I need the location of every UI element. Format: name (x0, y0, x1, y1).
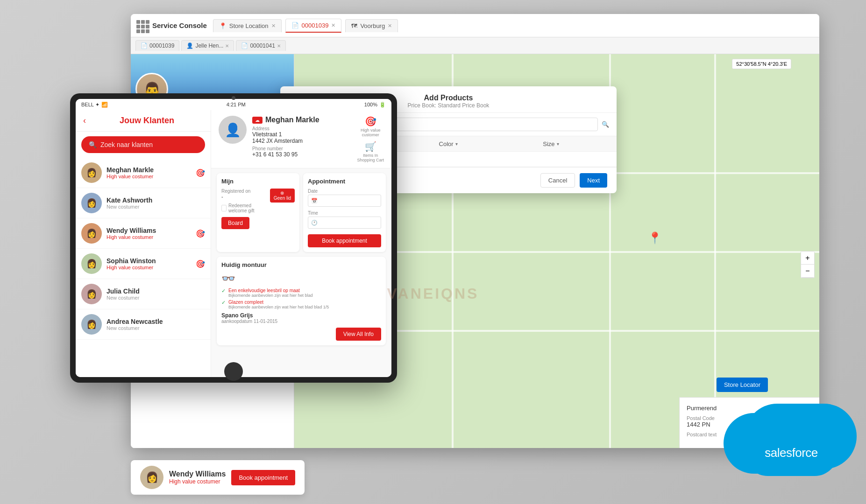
redeemed-row: Redeemed welcome gift (221, 203, 266, 213)
salesforce-badge-icon: ☁ (252, 117, 263, 124)
customers-panel: ‹ Jouw Klanten 🔍 Zoek naar klanten 👩 Meg… (76, 110, 211, 377)
subtab-jelle[interactable]: 👤 Jelle Hen... ✕ (181, 40, 234, 51)
tab-voorburg[interactable]: 🗺 Voorburg ✕ (345, 19, 398, 32)
city-value: Purmerend (687, 405, 812, 412)
waffle-menu[interactable] (135, 19, 149, 32)
mijn-inner: Registered on - Redeemed welcome gift Bo… (221, 189, 295, 229)
address-label: Address (252, 126, 351, 131)
person-icon: 👤 (186, 42, 193, 49)
map-pin: 📍 (648, 231, 662, 245)
customer-name: Meghan Markle (106, 166, 191, 174)
filter-color-icon[interactable]: ▾ (455, 141, 458, 147)
phone-label: Phone number (252, 146, 351, 151)
customers-header: ‹ Jouw Klanten (76, 110, 211, 132)
detail-header: 👤 ☁ Meghan Markle Address Vlietstraat 11… (211, 110, 391, 168)
mijn-right: ⊗ Geen lid (270, 189, 295, 229)
tab-store-location[interactable]: 📍 Store Location ✕ (213, 19, 282, 32)
customer-name: Kate Ashworth (106, 196, 205, 204)
tab-close-icon[interactable]: ✕ (271, 23, 276, 29)
mijn-title: Mijn (221, 178, 295, 185)
waffle-dot (141, 25, 145, 28)
customer-info: Andrea Newcastle New costumer (106, 318, 205, 331)
tab-close-icon[interactable]: ✕ (331, 22, 335, 28)
time-label: Time (308, 210, 381, 216)
waffle-dot (146, 20, 149, 24)
tablet-home-button[interactable] (224, 362, 243, 381)
customer-name: Julia Child (106, 287, 205, 295)
customer-info: Julia Child New costumer (106, 287, 205, 301)
waffle-dot (141, 29, 145, 33)
customer-avatar: 👩 (81, 284, 102, 304)
customer-type: New costumer (106, 204, 205, 210)
column-color: Color ▾ (439, 140, 539, 147)
filter-size-icon[interactable]: ▾ (557, 141, 559, 147)
salesforce-topbar: Service Console 📍 Store Location ✕ 📄 000… (131, 14, 819, 37)
montuur-item-info: Glazen compleet Bijkomende aanbevolen zi… (228, 300, 329, 309)
search-submit-icon[interactable]: 🔍 (602, 121, 609, 128)
board-button[interactable]: Board (221, 217, 249, 229)
waffle-dot (136, 29, 140, 33)
customer-info: Meghan Markle High value costumer (106, 166, 191, 179)
list-item[interactable]: 👩 Kate Ashworth New costumer (76, 188, 211, 218)
montuur-section: Huidig montuur 👓 ✓ Een enkelvoudige lees… (217, 257, 386, 345)
list-item[interactable]: 👩 Andrea Newcastle New costumer (76, 309, 211, 340)
zoom-in-button[interactable]: + (801, 252, 814, 265)
product-date: aankoopdatum 11-01-2015 (221, 319, 381, 324)
redeemed-checkbox[interactable] (221, 205, 227, 211)
customer-info: Kate Ashworth New costumer (106, 196, 205, 210)
view-all-button[interactable]: View All Info (336, 328, 381, 341)
clock-icon: 🕐 (311, 220, 318, 226)
mijn-section: Mijn Registered on - Redeemed (217, 173, 299, 252)
cart-icon: 🛒 (365, 141, 376, 152)
battery-text: 100% (364, 102, 377, 107)
search-bar[interactable]: 🔍 Zoek naar klanten (81, 136, 205, 153)
subtab-close-icon[interactable]: ✕ (225, 43, 229, 49)
high-value-icon: 🎯 (196, 259, 205, 268)
list-item[interactable]: 👩 Meghan Markle High value costumer 🎯 (76, 158, 211, 188)
location-icon: 📍 (219, 22, 227, 29)
list-item[interactable]: 👩 Sophia Winston High value costumer 🎯 (76, 249, 211, 279)
map-zoom-controls[interactable]: + − (801, 251, 815, 278)
appointment-section: Appointment Date 📅 Time 🕐 Book appointme… (303, 173, 386, 252)
search-placeholder: Zoek naar klanten (100, 141, 153, 148)
customer-type: High value costumer (106, 265, 191, 270)
status-time: 4:21 PM (227, 102, 246, 107)
next-button[interactable]: Next (580, 173, 607, 188)
zoom-out-button[interactable]: − (801, 265, 814, 278)
cart-label: Items InShopping Cart (357, 153, 384, 162)
book-appointment-button[interactable]: Book appointment (308, 234, 381, 247)
waffle-dot (136, 25, 140, 28)
postal-row: Postal Code 1442 PN (687, 415, 812, 428)
montuur-item-info: Een enkelvoudige leesbril op maat Bijkom… (228, 288, 313, 298)
city-row: Purmerend (687, 405, 812, 412)
back-arrow-icon[interactable]: ‹ (83, 116, 86, 126)
list-item[interactable]: 👩 Julia Child New costumer (76, 279, 211, 309)
map-icon: 🗺 (351, 22, 357, 29)
customer-name: Sophia Winston (106, 257, 191, 265)
waffle-dot (146, 25, 149, 28)
date-input[interactable]: 📅 (308, 195, 381, 207)
customer-avatar: 👩 (81, 314, 102, 335)
subtab-close-icon[interactable]: ✕ (277, 43, 281, 49)
high-value-icon: 🎯 (196, 229, 205, 238)
map-coordinates: 52°30'58.5"N 4°20.3'E (732, 59, 791, 69)
tab-close-icon[interactable]: ✕ (388, 23, 392, 29)
subtab-00001041[interactable]: 📄 00001041 ✕ (236, 40, 285, 51)
customer-avatar: 👩 (81, 223, 102, 244)
wendy-overlay-bar: 👩 Wendy Williams High value costumer Boo… (131, 460, 305, 495)
product-name: Spano Grijs (221, 312, 381, 319)
tablet-screen: BELL ✦ 📶 4:21 PM 100% 🔋 ‹ Jouw Klanten (76, 99, 391, 377)
salesforce-logo-text: salesforce (765, 446, 818, 460)
detail-phone: +31 6 41 53 30 95 (252, 151, 351, 158)
montuur-sub: Bijkomende aanbevolen zijn wat hier het … (228, 293, 313, 298)
detail-customer-name: Meghan Markle (265, 116, 319, 124)
subtab-00001039[interactable]: 📄 00001039 (135, 40, 179, 51)
battery-icon: 🔋 (379, 102, 386, 108)
waffle-dot (136, 20, 140, 24)
tab-00001039[interactable]: 📄 00001039 ✕ (285, 19, 342, 33)
list-item[interactable]: 👩 Wendy Williams High value costumer 🎯 (76, 218, 211, 249)
cancel-button[interactable]: Cancel (540, 173, 575, 188)
book-appointment-button[interactable]: Book appointment (231, 470, 295, 485)
store-locator-button[interactable]: Store Locator (717, 378, 768, 392)
time-input[interactable]: 🕐 (308, 217, 381, 229)
